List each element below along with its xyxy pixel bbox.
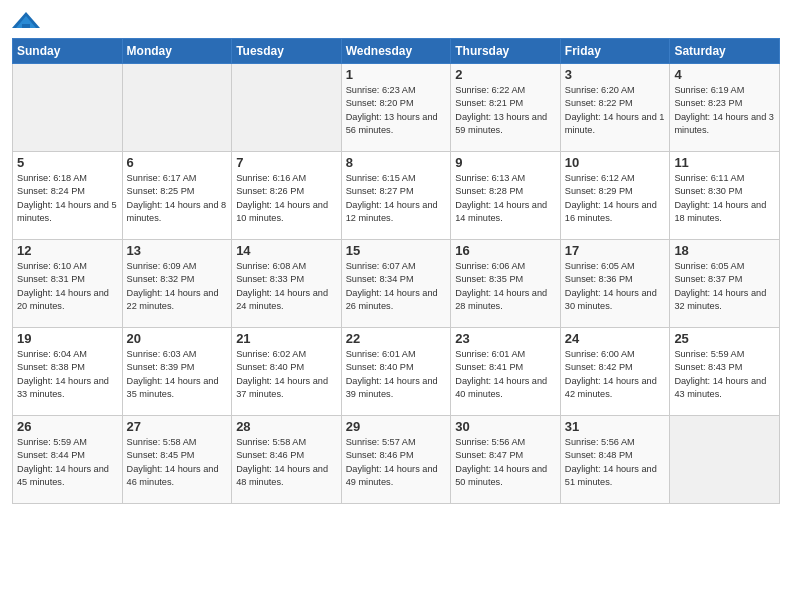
day-number: 21 <box>236 331 337 346</box>
day-number: 27 <box>127 419 228 434</box>
calendar-cell: 12Sunrise: 6:10 AMSunset: 8:31 PMDayligh… <box>13 240 123 328</box>
calendar-cell: 15Sunrise: 6:07 AMSunset: 8:34 PMDayligh… <box>341 240 451 328</box>
day-header: Monday <box>122 39 232 64</box>
cell-info: Sunrise: 6:23 AMSunset: 8:20 PMDaylight:… <box>346 84 447 137</box>
calendar-cell: 2Sunrise: 6:22 AMSunset: 8:21 PMDaylight… <box>451 64 561 152</box>
day-number: 30 <box>455 419 556 434</box>
cell-info: Sunrise: 5:58 AMSunset: 8:45 PMDaylight:… <box>127 436 228 489</box>
calendar-cell: 26Sunrise: 5:59 AMSunset: 8:44 PMDayligh… <box>13 416 123 504</box>
day-number: 9 <box>455 155 556 170</box>
day-header: Thursday <box>451 39 561 64</box>
calendar-cell: 10Sunrise: 6:12 AMSunset: 8:29 PMDayligh… <box>560 152 670 240</box>
calendar-cell: 4Sunrise: 6:19 AMSunset: 8:23 PMDaylight… <box>670 64 780 152</box>
cell-info: Sunrise: 6:08 AMSunset: 8:33 PMDaylight:… <box>236 260 337 313</box>
calendar-cell <box>232 64 342 152</box>
day-number: 26 <box>17 419 118 434</box>
cell-info: Sunrise: 6:18 AMSunset: 8:24 PMDaylight:… <box>17 172 118 225</box>
calendar-cell: 17Sunrise: 6:05 AMSunset: 8:36 PMDayligh… <box>560 240 670 328</box>
cell-info: Sunrise: 6:04 AMSunset: 8:38 PMDaylight:… <box>17 348 118 401</box>
calendar-cell: 1Sunrise: 6:23 AMSunset: 8:20 PMDaylight… <box>341 64 451 152</box>
day-number: 4 <box>674 67 775 82</box>
day-number: 28 <box>236 419 337 434</box>
day-number: 11 <box>674 155 775 170</box>
day-number: 10 <box>565 155 666 170</box>
calendar-cell <box>13 64 123 152</box>
cell-info: Sunrise: 5:57 AMSunset: 8:46 PMDaylight:… <box>346 436 447 489</box>
calendar-cell: 19Sunrise: 6:04 AMSunset: 8:38 PMDayligh… <box>13 328 123 416</box>
cell-info: Sunrise: 6:19 AMSunset: 8:23 PMDaylight:… <box>674 84 775 137</box>
calendar-week-row: 26Sunrise: 5:59 AMSunset: 8:44 PMDayligh… <box>13 416 780 504</box>
cell-info: Sunrise: 6:20 AMSunset: 8:22 PMDaylight:… <box>565 84 666 137</box>
day-header: Wednesday <box>341 39 451 64</box>
cell-info: Sunrise: 6:01 AMSunset: 8:41 PMDaylight:… <box>455 348 556 401</box>
calendar-cell: 5Sunrise: 6:18 AMSunset: 8:24 PMDaylight… <box>13 152 123 240</box>
day-number: 3 <box>565 67 666 82</box>
calendar-cell: 14Sunrise: 6:08 AMSunset: 8:33 PMDayligh… <box>232 240 342 328</box>
cell-info: Sunrise: 5:59 AMSunset: 8:43 PMDaylight:… <box>674 348 775 401</box>
day-number: 23 <box>455 331 556 346</box>
calendar-cell: 11Sunrise: 6:11 AMSunset: 8:30 PMDayligh… <box>670 152 780 240</box>
calendar-cell: 23Sunrise: 6:01 AMSunset: 8:41 PMDayligh… <box>451 328 561 416</box>
day-number: 19 <box>17 331 118 346</box>
cell-info: Sunrise: 6:12 AMSunset: 8:29 PMDaylight:… <box>565 172 666 225</box>
cell-info: Sunrise: 6:09 AMSunset: 8:32 PMDaylight:… <box>127 260 228 313</box>
calendar-week-row: 12Sunrise: 6:10 AMSunset: 8:31 PMDayligh… <box>13 240 780 328</box>
cell-info: Sunrise: 6:15 AMSunset: 8:27 PMDaylight:… <box>346 172 447 225</box>
day-number: 29 <box>346 419 447 434</box>
logo <box>12 10 44 32</box>
cell-info: Sunrise: 6:01 AMSunset: 8:40 PMDaylight:… <box>346 348 447 401</box>
calendar-cell: 6Sunrise: 6:17 AMSunset: 8:25 PMDaylight… <box>122 152 232 240</box>
day-number: 2 <box>455 67 556 82</box>
day-number: 22 <box>346 331 447 346</box>
day-number: 15 <box>346 243 447 258</box>
day-number: 14 <box>236 243 337 258</box>
calendar-cell: 7Sunrise: 6:16 AMSunset: 8:26 PMDaylight… <box>232 152 342 240</box>
day-header: Saturday <box>670 39 780 64</box>
cell-info: Sunrise: 6:11 AMSunset: 8:30 PMDaylight:… <box>674 172 775 225</box>
calendar-cell: 16Sunrise: 6:06 AMSunset: 8:35 PMDayligh… <box>451 240 561 328</box>
page-container: SundayMondayTuesdayWednesdayThursdayFrid… <box>0 0 792 514</box>
cell-info: Sunrise: 5:56 AMSunset: 8:48 PMDaylight:… <box>565 436 666 489</box>
cell-info: Sunrise: 6:05 AMSunset: 8:37 PMDaylight:… <box>674 260 775 313</box>
calendar-cell: 22Sunrise: 6:01 AMSunset: 8:40 PMDayligh… <box>341 328 451 416</box>
day-number: 1 <box>346 67 447 82</box>
cell-info: Sunrise: 6:22 AMSunset: 8:21 PMDaylight:… <box>455 84 556 137</box>
day-header: Friday <box>560 39 670 64</box>
header <box>12 10 780 32</box>
calendar-cell: 29Sunrise: 5:57 AMSunset: 8:46 PMDayligh… <box>341 416 451 504</box>
calendar-cell <box>122 64 232 152</box>
calendar-cell: 3Sunrise: 6:20 AMSunset: 8:22 PMDaylight… <box>560 64 670 152</box>
calendar-table: SundayMondayTuesdayWednesdayThursdayFrid… <box>12 38 780 504</box>
calendar-cell: 24Sunrise: 6:00 AMSunset: 8:42 PMDayligh… <box>560 328 670 416</box>
calendar-week-row: 19Sunrise: 6:04 AMSunset: 8:38 PMDayligh… <box>13 328 780 416</box>
day-number: 31 <box>565 419 666 434</box>
calendar-cell: 8Sunrise: 6:15 AMSunset: 8:27 PMDaylight… <box>341 152 451 240</box>
day-number: 5 <box>17 155 118 170</box>
day-number: 7 <box>236 155 337 170</box>
calendar-cell: 9Sunrise: 6:13 AMSunset: 8:28 PMDaylight… <box>451 152 561 240</box>
cell-info: Sunrise: 6:16 AMSunset: 8:26 PMDaylight:… <box>236 172 337 225</box>
calendar-cell: 25Sunrise: 5:59 AMSunset: 8:43 PMDayligh… <box>670 328 780 416</box>
calendar-cell: 31Sunrise: 5:56 AMSunset: 8:48 PMDayligh… <box>560 416 670 504</box>
cell-info: Sunrise: 6:03 AMSunset: 8:39 PMDaylight:… <box>127 348 228 401</box>
calendar-cell <box>670 416 780 504</box>
day-number: 18 <box>674 243 775 258</box>
cell-info: Sunrise: 6:07 AMSunset: 8:34 PMDaylight:… <box>346 260 447 313</box>
calendar-cell: 21Sunrise: 6:02 AMSunset: 8:40 PMDayligh… <box>232 328 342 416</box>
calendar-cell: 28Sunrise: 5:58 AMSunset: 8:46 PMDayligh… <box>232 416 342 504</box>
day-number: 24 <box>565 331 666 346</box>
cell-info: Sunrise: 5:58 AMSunset: 8:46 PMDaylight:… <box>236 436 337 489</box>
day-number: 16 <box>455 243 556 258</box>
logo-icon <box>12 10 40 32</box>
header-row: SundayMondayTuesdayWednesdayThursdayFrid… <box>13 39 780 64</box>
calendar-cell: 30Sunrise: 5:56 AMSunset: 8:47 PMDayligh… <box>451 416 561 504</box>
cell-info: Sunrise: 6:02 AMSunset: 8:40 PMDaylight:… <box>236 348 337 401</box>
day-header: Sunday <box>13 39 123 64</box>
cell-info: Sunrise: 6:17 AMSunset: 8:25 PMDaylight:… <box>127 172 228 225</box>
day-number: 8 <box>346 155 447 170</box>
calendar-week-row: 5Sunrise: 6:18 AMSunset: 8:24 PMDaylight… <box>13 152 780 240</box>
calendar-cell: 13Sunrise: 6:09 AMSunset: 8:32 PMDayligh… <box>122 240 232 328</box>
cell-info: Sunrise: 6:13 AMSunset: 8:28 PMDaylight:… <box>455 172 556 225</box>
calendar-cell: 18Sunrise: 6:05 AMSunset: 8:37 PMDayligh… <box>670 240 780 328</box>
day-number: 17 <box>565 243 666 258</box>
